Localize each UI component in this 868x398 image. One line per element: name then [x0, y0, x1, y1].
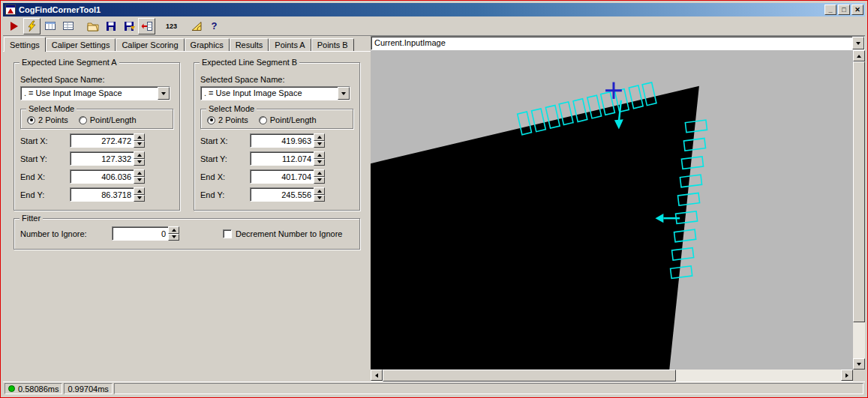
run-button[interactable]	[5, 18, 23, 34]
tab-strip: Settings Caliper Settings Caliper Scorin…	[3, 36, 371, 51]
help-icon: ?	[212, 20, 218, 31]
segment-a-radio-2points[interactable]: 2 Points	[27, 115, 68, 124]
spin-down-button[interactable]	[134, 141, 145, 148]
spin-up-button[interactable]	[134, 133, 145, 141]
checkbox-icon	[223, 229, 232, 238]
electric-run-icon	[26, 20, 38, 32]
segment-b-endy-field	[250, 187, 325, 202]
tab-results[interactable]: Results	[230, 38, 269, 51]
segment-b-startx-input[interactable]	[250, 133, 314, 148]
spin-up-button[interactable]	[134, 151, 145, 159]
help-button[interactable]: ?	[206, 18, 223, 34]
electric-run-button[interactable]	[23, 18, 41, 34]
segment-a-radio-point-length[interactable]: Point/Length	[79, 115, 137, 124]
spin-down-button[interactable]	[314, 195, 325, 202]
segment-a-title: Expected Line Segment A	[20, 58, 119, 67]
segment-a-endx-field	[70, 169, 145, 184]
spin-down-button[interactable]	[134, 159, 145, 166]
open-button[interactable]	[84, 18, 101, 34]
save-results-button[interactable]	[120, 18, 137, 34]
image-panel: Current.InputImage	[371, 36, 865, 382]
spin-up-button[interactable]	[314, 133, 325, 141]
spin-down-button[interactable]	[134, 177, 145, 184]
total-time-value: 0.99704ms	[68, 385, 108, 394]
image-display[interactable]	[371, 50, 853, 370]
scroll-left-button[interactable]	[371, 370, 383, 381]
image-window-button[interactable]	[41, 18, 59, 34]
tab-graphics[interactable]: Graphics	[185, 38, 230, 51]
save-button[interactable]	[102, 18, 119, 34]
status-filler	[114, 383, 863, 394]
dropdown-button[interactable]	[158, 87, 170, 100]
radio-label: Point/Length	[90, 115, 137, 124]
chevron-down-icon	[341, 92, 346, 95]
results-window-button[interactable]	[59, 18, 77, 34]
radio-label: 2 Points	[38, 115, 68, 124]
segment-b-endy-input[interactable]	[250, 187, 314, 202]
spin-down-button[interactable]	[314, 159, 325, 166]
scroll-down-button[interactable]	[853, 358, 865, 370]
segment-b-endx-input[interactable]	[250, 169, 314, 184]
segment-a-starty-input[interactable]	[70, 151, 134, 166]
number-to-ignore-input[interactable]	[112, 226, 168, 241]
protractor-icon	[191, 20, 203, 32]
dropdown-button[interactable]	[852, 37, 864, 49]
image-source-value: Current.InputImage	[371, 37, 852, 49]
app-icon	[5, 4, 16, 15]
vertical-scroll-track[interactable]	[853, 61, 865, 358]
spin-up-button[interactable]	[134, 187, 145, 195]
segment-a-space-select[interactable]: . = Use Input Image Space	[20, 86, 170, 100]
segment-a-endy-input[interactable]	[70, 187, 134, 202]
segment-b-radio-2points[interactable]: 2 Points	[207, 115, 248, 124]
radio-icon	[207, 116, 215, 124]
image-source-select[interactable]: Current.InputImage	[371, 36, 865, 50]
tab-settings[interactable]: Settings	[4, 37, 46, 52]
segment-b-space-value: . = Use Input Image Space	[201, 87, 338, 100]
tab-caliper-settings[interactable]: Caliper Settings	[46, 38, 116, 51]
tool-window: CogFindCornerTool1 _ □ ✕	[0, 0, 868, 398]
status-bar: 0.58086ms 0.99704ms	[3, 382, 865, 395]
units-button[interactable]	[188, 18, 205, 34]
spin-down-button[interactable]	[168, 234, 179, 241]
spin-down-button[interactable]	[134, 195, 145, 202]
tab-points-a[interactable]: Points A	[269, 38, 311, 51]
close-button[interactable]: ✕	[851, 4, 863, 15]
spin-up-button[interactable]	[314, 169, 325, 177]
scroll-up-button[interactable]	[853, 50, 865, 61]
field-label: Start X:	[20, 136, 70, 145]
dropdown-button[interactable]	[338, 87, 350, 100]
tab-points-b[interactable]: Points B	[311, 38, 354, 51]
segment-b-starty-input[interactable]	[250, 151, 314, 166]
vertical-scrollbar[interactable]	[853, 50, 865, 370]
main-area: Settings Caliper Settings Caliper Scorin…	[3, 36, 865, 382]
vertical-scroll-thumb[interactable]	[853, 61, 865, 322]
spin-up-button[interactable]	[314, 187, 325, 195]
spin-down-button[interactable]	[314, 141, 325, 148]
radio-label: Point/Length	[270, 115, 317, 124]
radio-icon	[259, 116, 267, 124]
horizontal-scroll-track[interactable]	[383, 370, 841, 382]
spin-up-button[interactable]	[134, 169, 145, 177]
decrement-checkbox-item[interactable]: Decrement Number to Ignore	[223, 229, 342, 238]
auto-update-button[interactable]	[138, 18, 155, 34]
minimize-button[interactable]: _	[824, 4, 836, 15]
spin-up-button[interactable]	[168, 226, 179, 234]
segment-a-startx-input[interactable]	[70, 133, 134, 148]
toolbar: 123 ?	[3, 16, 865, 36]
maximize-button[interactable]: □	[838, 4, 850, 15]
scroll-right-button[interactable]	[841, 370, 853, 381]
segment-b-space-select[interactable]: . = Use Input Image Space	[200, 86, 350, 100]
field-label: Start X:	[200, 136, 250, 145]
number-to-ignore-label: Number to Ignore:	[20, 229, 112, 238]
numeric-format-button[interactable]: 123	[163, 18, 180, 34]
tab-caliper-scoring[interactable]: Caliper Scoring	[116, 38, 184, 51]
title-bar[interactable]: CogFindCornerTool1 _ □ ✕	[3, 3, 865, 16]
horizontal-scroll-thumb[interactable]	[383, 370, 676, 382]
segment-a-starty-field	[70, 151, 145, 166]
horizontal-scrollbar[interactable]	[371, 370, 853, 382]
segment-b-radio-point-length[interactable]: Point/Length	[259, 115, 317, 124]
segment-a-mode-title: Select Mode	[26, 104, 77, 113]
spin-up-button[interactable]	[314, 151, 325, 159]
segment-a-endx-input[interactable]	[70, 169, 134, 184]
spin-down-button[interactable]	[314, 177, 325, 184]
